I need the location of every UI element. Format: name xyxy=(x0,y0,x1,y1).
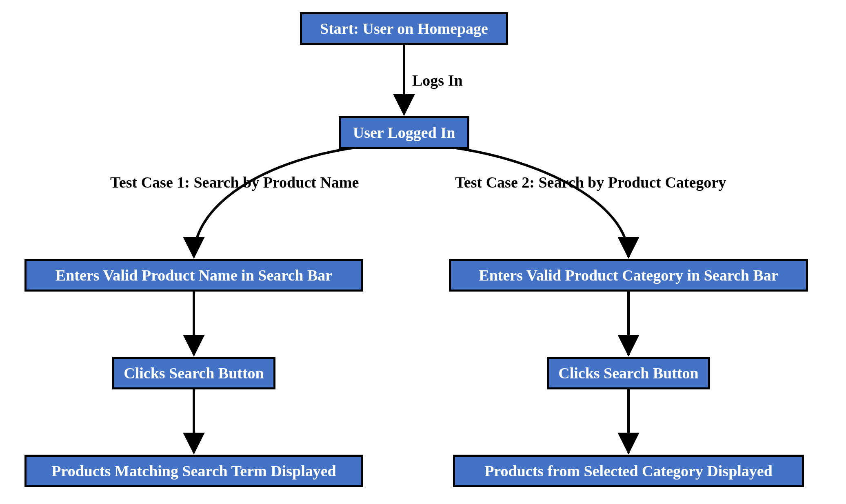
node-start: Start: User on Homepage xyxy=(300,12,508,45)
node-left-result-label: Products Matching Search Term Displayed xyxy=(51,462,336,480)
edge-label-tc2: Test Case 2: Search by Product Category xyxy=(455,173,726,191)
node-right-click-label: Clicks Search Button xyxy=(558,364,698,382)
node-left-enter-label: Enters Valid Product Name in Search Bar xyxy=(56,266,332,284)
node-logged-in: User Logged In xyxy=(339,116,469,149)
node-right-enter: Enters Valid Product Category in Search … xyxy=(449,259,808,292)
node-left-result: Products Matching Search Term Displayed xyxy=(24,455,363,487)
edge-label-tc1: Test Case 1: Search by Product Name xyxy=(110,173,359,191)
flowchart-canvas: Start: User on Homepage User Logged In E… xyxy=(0,0,846,504)
node-right-click: Clicks Search Button xyxy=(547,357,710,389)
node-left-enter: Enters Valid Product Name in Search Bar xyxy=(24,259,363,292)
edge-label-logs-in: Logs In xyxy=(412,71,463,89)
node-right-result: Products from Selected Category Displaye… xyxy=(453,455,804,487)
node-right-enter-label: Enters Valid Product Category in Search … xyxy=(479,266,778,284)
node-left-click: Clicks Search Button xyxy=(112,357,275,389)
node-start-label: Start: User on Homepage xyxy=(320,20,488,38)
edge-loggedin-to-right xyxy=(447,147,628,257)
node-right-result-label: Products from Selected Category Displaye… xyxy=(484,462,773,480)
edge-loggedin-to-left xyxy=(194,147,361,257)
node-logged-in-label: User Logged In xyxy=(353,124,455,141)
node-left-click-label: Clicks Search Button xyxy=(124,364,264,382)
